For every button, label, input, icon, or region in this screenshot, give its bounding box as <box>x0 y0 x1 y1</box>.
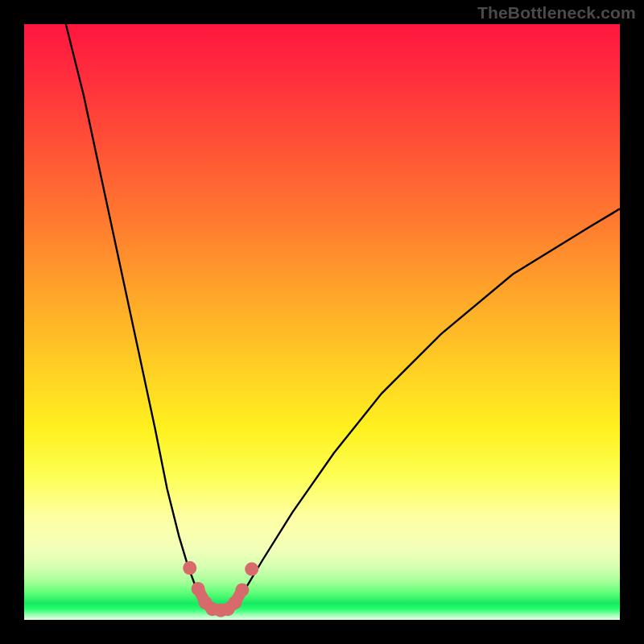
highlight-dot <box>183 561 196 575</box>
highlight-dot <box>245 563 258 576</box>
bottleneck-curve-right <box>233 208 620 605</box>
highlight-dots-group <box>183 561 258 617</box>
plot-area <box>24 24 620 620</box>
chart-frame: TheBottleneck.com <box>0 0 644 644</box>
attribution-label: TheBottleneck.com <box>477 3 636 23</box>
highlight-dot <box>192 582 205 596</box>
highlight-dot <box>228 596 242 609</box>
curve-svg-layer <box>24 24 620 620</box>
highlight-dot <box>235 584 249 597</box>
bottleneck-curve-left <box>66 24 206 605</box>
